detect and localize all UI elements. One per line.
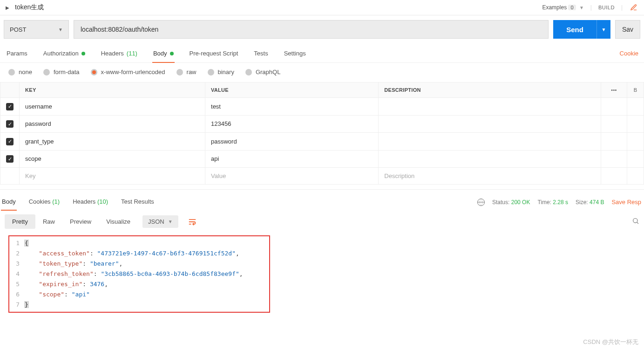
cell-value[interactable]: password [205, 133, 379, 151]
time-value: 2.28 s [553, 199, 568, 206]
cell-key[interactable]: username [20, 98, 205, 116]
cell-value-placeholder[interactable]: Value [205, 168, 379, 185]
table-row-new: Key Value Description [0, 168, 644, 185]
tab-prerequest[interactable]: Pre-request Script [189, 44, 239, 62]
col-key: KEY [20, 82, 205, 98]
cell-key[interactable]: password [20, 115, 205, 133]
response-body: 1{ 2 "access_token": "473721e9-1497-4c67… [8, 235, 270, 313]
chevron-down-icon: ▼ [58, 27, 63, 32]
resp-tab-tests[interactable]: Test Results [120, 193, 155, 211]
lang-select[interactable]: JSON ▼ [142, 215, 178, 228]
cell-desc[interactable] [379, 115, 601, 133]
cell-key[interactable]: scope [20, 150, 205, 168]
checkbox-checked-icon[interactable]: ✓ [6, 120, 14, 128]
view-preview[interactable]: Preview [62, 214, 99, 229]
body-params-table: KEY VALUE DESCRIPTION ••• B ✓ username t… [0, 82, 644, 185]
radio-icon [208, 69, 214, 75]
status-value: 200 OK [511, 199, 530, 206]
send-button[interactable]: Send [553, 20, 597, 39]
size-value: 474 B [590, 199, 604, 206]
tab-body[interactable]: Body [152, 44, 175, 62]
send-dropdown[interactable]: ▼ [597, 20, 610, 39]
resp-tab-cookies[interactable]: Cookies (1) [28, 193, 61, 211]
checkbox-checked-icon[interactable]: ✓ [6, 155, 14, 163]
col-options[interactable]: ••• [601, 82, 627, 98]
col-description: DESCRIPTION [379, 82, 601, 98]
cell-key[interactable]: grant_type [20, 133, 205, 151]
bulk-edit[interactable]: B [627, 82, 644, 98]
chevron-down-icon: ▼ [579, 5, 584, 10]
view-visualize[interactable]: Visualize [99, 214, 138, 229]
table-row: ✓ password 123456 [0, 115, 644, 133]
tab-params[interactable]: Params [6, 44, 28, 62]
url-input[interactable]: localhost:8082/oauth/token [74, 20, 549, 39]
radio-graphql[interactable]: GraphQL [245, 69, 280, 75]
globe-icon[interactable] [477, 199, 485, 206]
edit-icon[interactable] [629, 3, 638, 12]
radio-formdata[interactable]: form-data [43, 69, 80, 75]
search-icon[interactable] [632, 217, 639, 226]
save-button[interactable]: Sav [615, 20, 640, 39]
radio-xwww[interactable]: x-www-form-urlencoded [91, 69, 165, 75]
radio-icon [8, 69, 15, 75]
cell-desc-placeholder[interactable]: Description [379, 168, 601, 185]
radio-icon [245, 69, 252, 75]
radio-binary[interactable]: binary [208, 69, 234, 75]
cookies-link[interactable]: Cookie [620, 50, 638, 57]
radio-icon [43, 69, 50, 75]
checkbox-checked-icon[interactable]: ✓ [6, 138, 14, 145]
col-value: VALUE [205, 82, 379, 98]
cell-desc[interactable] [379, 133, 601, 151]
status-dot-icon [81, 52, 85, 55]
resp-tab-headers[interactable]: Headers (10) [72, 193, 109, 211]
cell-value[interactable]: api [205, 150, 379, 168]
examples-dropdown[interactable]: Examples 0 ▼ [542, 4, 583, 11]
tab-authorization[interactable]: Authorization [42, 44, 86, 62]
table-row: ✓ scope api [0, 150, 644, 168]
chevron-down-icon: ▼ [168, 219, 173, 224]
radio-raw[interactable]: raw [176, 69, 197, 75]
save-response[interactable]: Save Resp [611, 199, 641, 206]
cell-key-placeholder[interactable]: Key [20, 168, 205, 185]
table-row: ✓ grant_type password [0, 133, 644, 151]
view-pretty[interactable]: Pretty [5, 214, 35, 229]
cell-value[interactable]: 123456 [205, 115, 379, 133]
tab-headers[interactable]: Headers (11) [100, 44, 138, 62]
radio-icon [176, 69, 183, 75]
svg-point-0 [633, 219, 637, 223]
radio-none[interactable]: none [8, 69, 32, 75]
request-title: token生成 [15, 3, 44, 12]
tab-settings[interactable]: Settings [283, 44, 307, 62]
method-select[interactable]: POST ▼ [4, 20, 69, 39]
collapse-icon[interactable]: ▶ [6, 5, 9, 10]
status-dot-icon [170, 52, 174, 55]
wrap-lines-icon[interactable] [183, 215, 202, 228]
cell-desc[interactable] [379, 98, 601, 116]
tab-tests[interactable]: Tests [253, 44, 269, 62]
checkbox-checked-icon[interactable]: ✓ [6, 103, 14, 110]
cell-value[interactable]: test [205, 98, 379, 116]
cell-desc[interactable] [379, 150, 601, 168]
radio-selected-icon [91, 69, 97, 75]
view-raw[interactable]: Raw [35, 214, 62, 229]
table-row: ✓ username test [0, 98, 644, 116]
build-link[interactable]: BUILD [598, 5, 615, 10]
resp-tab-body[interactable]: Body [1, 193, 17, 211]
